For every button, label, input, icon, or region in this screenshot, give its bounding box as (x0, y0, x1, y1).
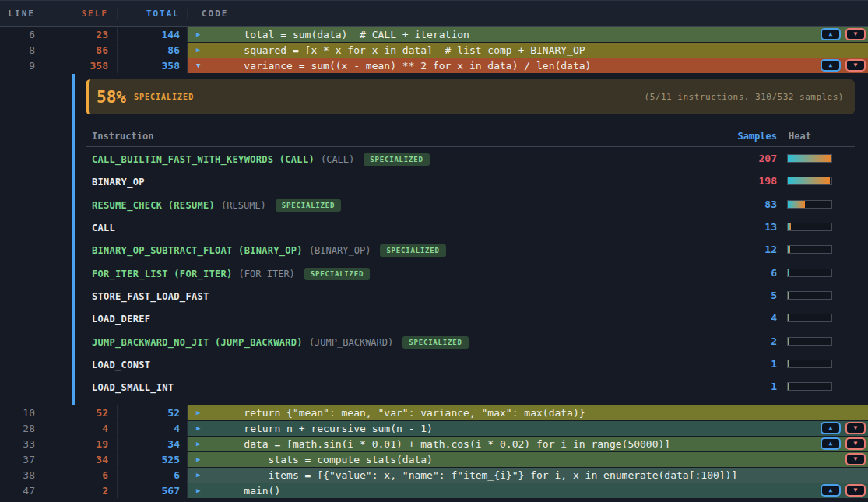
jump-up-button[interactable]: ▲ (821, 484, 841, 497)
instruction-name-cell: BINARY_OP_SUBTRACT_FLOAT (BINARY_OP)(BIN… (86, 242, 707, 257)
expand-icon[interactable]: ▶ (196, 405, 200, 420)
heat-bar (787, 269, 832, 277)
jump-down-button[interactable]: ▼ (845, 59, 866, 72)
expand-icon[interactable]: ▶ (196, 27, 200, 42)
total-samples: 525 (118, 452, 188, 467)
code-text: squared = [x * x for x in data] # list c… (220, 43, 585, 58)
code-text: return {"mean": mean, "var": variance, "… (220, 405, 585, 420)
jump-down-button[interactable]: ▼ (845, 453, 866, 465)
heat-fill (788, 314, 789, 321)
instruction-row: LOAD_CONST1 (86, 353, 855, 375)
instruction-name-cell: JUMP_BACKWARD_NO_JIT (JUMP_BACKWARD)(JUM… (86, 334, 707, 349)
code-cell[interactable]: ▶ main()▲▼ (188, 483, 868, 498)
specialized-badge: SPECIALIZED (380, 244, 445, 257)
code-row: 88686▶ squared = [x * x for x in data] #… (0, 43, 868, 58)
jump-down-button[interactable]: ▼ (845, 28, 866, 40)
instruction-name-cell: STORE_FAST_LOAD_FAST (86, 288, 707, 303)
samples-count: 12 (707, 244, 777, 255)
heat-fill (788, 223, 791, 230)
instruction-row: STORE_FAST_LOAD_FAST5 (86, 284, 855, 307)
heat-cell (787, 291, 855, 300)
line-number: 28 (0, 421, 47, 436)
total-samples: 567 (118, 483, 188, 498)
instruction-base-name: (CALL) (321, 154, 354, 165)
instruction-name: CALL (92, 223, 115, 233)
code-cell[interactable]: ▼ variance = sum((x - mean) ** 2 for x i… (188, 58, 868, 73)
self-samples: 34 (47, 452, 118, 467)
code-text: items = [{"value": x, "name": f"item_{i}… (220, 468, 737, 483)
table-header: LINE SELF TOTAL CODE (0, 0, 868, 27)
instruction-name-cell: FOR_ITER_LIST (FOR_ITER)(FOR_ITER)SPECIA… (86, 265, 707, 280)
instruction-row: LOAD_SMALL_INT1 (86, 375, 855, 398)
total-samples: 52 (118, 405, 188, 420)
heat-fill (788, 155, 831, 162)
expand-icon[interactable]: ▶ (196, 437, 200, 451)
code-cell[interactable]: ▶ stats = compute_stats(data)▼ (188, 452, 868, 467)
column-header-line[interactable]: LINE (0, 9, 47, 19)
instruction-name: RESUME_CHECK (RESUME) (92, 200, 215, 211)
code-cell[interactable]: ▶ return n + recursive_sum(n - 1)▲▼ (188, 421, 868, 436)
heat-cell (787, 314, 855, 322)
jump-up-button[interactable]: ▲ (821, 28, 841, 40)
code-row-heat-background (188, 483, 868, 498)
heat-bar (787, 177, 832, 185)
code-row: 331934▶ data = [math.sin(i * 0.01) + mat… (0, 437, 868, 451)
code-cell[interactable]: ▶ items = [{"value": x, "name": f"item_{… (188, 468, 868, 483)
heat-cell (787, 223, 855, 231)
code-text: return n + recursive_sum(n - 1) (220, 421, 433, 436)
jump-up-button[interactable]: ▲ (821, 59, 841, 72)
code-cell[interactable]: ▶ squared = [x * x for x in data] # list… (188, 43, 868, 58)
heat-cell (787, 200, 855, 209)
total-samples: 358 (118, 58, 188, 73)
heat-bar (787, 291, 832, 300)
samples-count: 4 (707, 312, 777, 324)
code-rows-top: 623144▶ total = sum(data) # CALL + itera… (0, 27, 868, 73)
jump-down-button[interactable]: ▼ (845, 422, 866, 434)
line-number: 47 (0, 483, 47, 498)
instruction-name: STORE_FAST_LOAD_FAST (92, 291, 209, 302)
self-samples: 6 (47, 468, 118, 483)
self-samples: 52 (47, 405, 118, 420)
expand-icon[interactable]: ▶ (196, 421, 200, 436)
code-cell[interactable]: ▶ return {"mean": mean, "var": variance,… (188, 405, 868, 420)
heat-cell (787, 337, 855, 346)
instruction-name: BINARY_OP (92, 177, 145, 188)
heat-fill (788, 383, 789, 390)
collapse-icon[interactable]: ▼ (196, 58, 200, 73)
line-number: 9 (0, 58, 47, 73)
jump-up-button[interactable]: ▲ (821, 437, 841, 450)
expand-icon[interactable]: ▶ (196, 43, 200, 58)
self-samples: 358 (47, 58, 118, 73)
total-samples: 6 (118, 468, 188, 483)
instruction-row: LOAD_DEREF4 (86, 307, 855, 329)
expand-icon[interactable]: ▶ (196, 483, 200, 498)
column-header-self[interactable]: SELF (47, 9, 118, 19)
specialized-badge: SPECIALIZED (364, 153, 429, 166)
code-text: data = [math.sin(i * 0.01) + math.cos(i … (220, 437, 670, 451)
line-number: 6 (0, 27, 47, 42)
instruction-table-header: Instruction Samples Heat (86, 126, 855, 147)
self-samples: 2 (47, 483, 118, 498)
code-cell[interactable]: ▶ data = [math.sin(i * 0.01) + math.cos(… (188, 437, 868, 451)
total-samples: 144 (118, 27, 188, 42)
expand-icon[interactable]: ▶ (196, 452, 200, 467)
instruction-base-name: (BINARY_OP) (309, 245, 371, 256)
code-text: main() (220, 483, 280, 498)
self-samples: 86 (47, 43, 118, 58)
instruction-name-cell: RESUME_CHECK (RESUME)(RESUME)SPECIALIZED (86, 197, 707, 212)
instruction-row: BINARY_OP_SUBTRACT_FLOAT (BINARY_OP)(BIN… (86, 238, 855, 261)
self-samples: 19 (47, 437, 118, 451)
code-row: 105252▶ return {"mean": mean, "var": var… (0, 405, 868, 420)
column-header-code[interactable]: CODE (188, 9, 868, 19)
column-header-total[interactable]: TOTAL (118, 9, 188, 19)
jump-up-button[interactable]: ▲ (821, 422, 841, 434)
jump-down-button[interactable]: ▼ (845, 437, 866, 450)
expand-icon[interactable]: ▶ (196, 468, 200, 483)
samples-count: 207 (707, 153, 777, 164)
heat-cell (787, 360, 855, 368)
code-cell[interactable]: ▶ total = sum(data) # CALL + iteration▲▼ (188, 27, 868, 42)
specialization-banner: 58% SPECIALIZED (5/11 instructions, 310/… (86, 79, 855, 114)
heat-cell (787, 245, 855, 254)
jump-down-button[interactable]: ▼ (845, 484, 866, 497)
total-samples: 4 (118, 421, 188, 436)
